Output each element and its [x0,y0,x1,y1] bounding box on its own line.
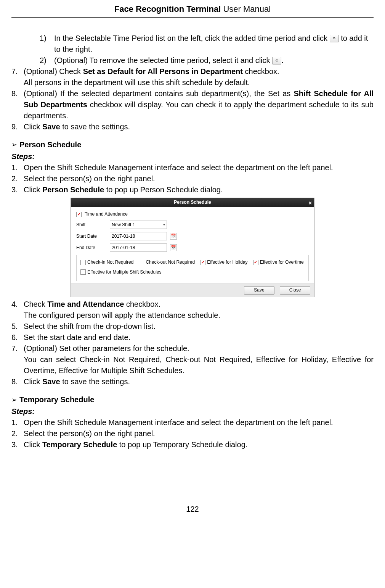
time-attendance-checkbox[interactable] [76,212,82,217]
end-date-row: End Date 2017-01-18 📅 [76,243,309,252]
ps-step-6: 6. Set the start date and end date. [11,332,374,343]
shift-label: Shift [76,222,107,228]
list-number: 7. [11,343,24,354]
text-bold: Time and Attendance [47,300,124,308]
substep-2: 2) (Optional) To remove the selected tim… [11,55,374,66]
calendar-icon[interactable]: 📅 [170,233,177,240]
text: All persons in the department will use t… [24,77,374,88]
list-number: 4. [11,299,24,310]
list-number: 2. [11,173,24,184]
list-body: (Optional) If the selected department co… [24,88,374,121]
section-title: Person Schedule [19,139,81,150]
opt-holiday: Effective for Holiday [200,259,248,266]
opt-checkin: Check-in Not Required [80,259,133,266]
ts-step-3: 3. Click Temporary Schedule to pop up Te… [11,439,374,450]
options-box: Check-in Not Required Check-out Not Requ… [76,255,309,281]
list-body: Click Save to save the settings. [24,376,374,387]
header-title: Face Recognition Terminal [114,4,221,14]
opt-label: Effective for Overtime [260,259,304,266]
effective-overtime-checkbox[interactable] [253,260,258,265]
close-button[interactable]: Close [280,286,310,295]
text: . [281,56,284,64]
text: Open the Shift Schedule Management inter… [24,162,374,173]
shift-value: New Shift 1 [112,222,135,228]
list-body: (Optional) To remove the selected time p… [54,55,374,66]
step-7: 7. (Optional) Check Set as Default for A… [11,66,374,88]
text: Select the person(s) on the right panel. [24,173,374,184]
text: (Optional) Set other parameters for the … [24,343,374,354]
text-bold: Save [42,122,60,131]
ts-step-1: 1. Open the Shift Schedule Management in… [11,417,374,428]
shift-dropdown[interactable]: New Shift 1 ▾ [110,221,167,229]
text: In the Selectable Time Period list on th… [54,34,330,42]
list-number: 2) [40,55,54,66]
text: checkbox. [124,300,160,308]
chevron-right-icon: ➢ [11,140,17,150]
save-button[interactable]: Save [244,286,274,295]
checkout-not-required-checkbox[interactable] [139,260,144,265]
page-header: Face Recognition Terminal User Manual [11,0,374,18]
ps-step-8: 8. Click Save to save the settings. [11,376,374,387]
end-date-value: 2017-01-18 [112,245,135,251]
dialog-titlebar: Person Schedule × [71,198,314,207]
start-date-value: 2017-01-18 [112,233,135,240]
list-number: 5. [11,321,24,332]
list-body: (Optional) Set other parameters for the … [24,343,374,376]
text: Check [24,300,47,308]
step-9: 9. Click Save to save the settings. [11,121,374,132]
list-number: 1. [11,162,24,173]
shift-row: Shift New Shift 1 ▾ [76,221,309,229]
end-date-input[interactable]: 2017-01-18 [110,243,167,252]
text-bold: Temporary Schedule [42,440,117,449]
move-left-icon[interactable]: « [272,57,281,64]
text: You can select Check-in Not Required, Ch… [24,354,374,376]
start-date-row: Start Date 2017-01-18 📅 [76,232,309,240]
opt-label: Effective for Holiday [207,259,248,266]
list-number: 7. [11,66,24,77]
move-right-icon[interactable]: » [330,35,339,42]
header-subtitle: User Manual [221,4,271,14]
taa-row: Time and Attendance [76,211,309,217]
text: Select the shift from the drop-down list… [24,321,374,332]
text: Set the start date and end date. [24,332,374,343]
multiple-shift-checkbox[interactable] [80,269,86,275]
list-number: 3. [11,439,24,450]
chevron-down-icon: ▾ [163,222,165,228]
dialog-title: Person Schedule [174,199,211,206]
text: The configured person will apply the att… [24,310,374,321]
list-number: 3. [11,184,24,195]
opt-checkout: Check-out Not Required [139,259,195,266]
dialog-container: Person Schedule × Time and Attendance Sh… [11,198,374,297]
text: Open the Shift Schedule Management inter… [24,417,374,428]
text: to save the settings. [60,377,130,386]
ps-step-4: 4. Check Time and Attendance checkbox. T… [11,299,374,321]
close-icon[interactable]: × [309,199,312,207]
list-body: In the Selectable Time Period list on th… [54,33,374,55]
checkin-not-required-checkbox[interactable] [80,260,86,265]
text: (Optional) To remove the selected time p… [54,56,272,64]
text: to pop up Person Schedule dialog. [104,185,223,194]
options-row-2: Effective for Multiple Shift Schedules [80,269,305,275]
text: Click [24,185,42,194]
ts-step-2: 2. Select the person(s) on the right pan… [11,428,374,439]
text: Click [24,377,42,386]
step-8: 8. (Optional) If the selected department… [11,88,374,121]
text: to pop up Temporary Schedule dialog. [117,440,247,449]
opt-label: Check-out Not Required [146,259,195,266]
opt-label: Effective for Multiple Shift Schedules [87,269,162,275]
effective-holiday-checkbox[interactable] [200,260,205,265]
text: (Optional) If the selected department co… [24,89,294,98]
start-date-label: Start Date [76,233,107,240]
list-body: (Optional) Check Set as Default for All … [24,66,374,88]
dialog-footer: Save Close [71,284,314,297]
text: to save the settings. [60,122,130,131]
start-date-input[interactable]: 2017-01-18 [110,232,167,240]
options-row-1: Check-in Not Required Check-out Not Requ… [80,259,305,266]
ps-step-5: 5. Select the shift from the drop-down l… [11,321,374,332]
chevron-right-icon: ➢ [11,395,17,405]
list-number: 9. [11,121,24,132]
list-body: Click Temporary Schedule to pop up Tempo… [24,439,374,450]
ps-step-2: 2. Select the person(s) on the right pan… [11,173,374,184]
calendar-icon[interactable]: 📅 [170,244,177,251]
text-bold: Person Schedule [42,185,104,194]
